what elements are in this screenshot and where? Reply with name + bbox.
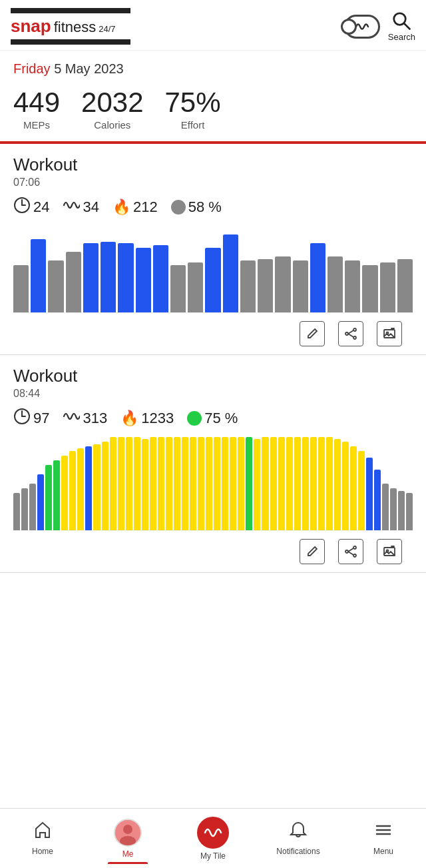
- chart2-bar: [230, 437, 236, 530]
- workout2-meps: 97: [13, 408, 49, 429]
- workout2-time: 08:44: [13, 388, 413, 400]
- chart2-bar: [21, 488, 28, 530]
- edit-button-2[interactable]: [300, 539, 325, 564]
- chart2-bar: [61, 456, 68, 530]
- chart1-bar: [205, 248, 220, 313]
- chart1-bar: [258, 259, 273, 313]
- nav-home[interactable]: Home: [0, 815, 85, 861]
- chart1-bar: [240, 260, 256, 312]
- share-button-2[interactable]: [338, 539, 363, 564]
- workout-card-1: Workout 07:06 24 34: [0, 144, 426, 355]
- add-image-button-2[interactable]: [377, 539, 402, 564]
- chart1-bar: [327, 256, 343, 313]
- workout2-myzone-value: 313: [83, 410, 107, 427]
- chart2-bar: [93, 444, 100, 530]
- chart1-bar: [380, 262, 395, 312]
- chart2-bar: [294, 437, 301, 530]
- nav-mytile[interactable]: My Tile: [170, 811, 256, 866]
- myzone-score-icon-2: [63, 409, 80, 428]
- logo: snap fitness 24/7: [11, 8, 130, 45]
- chart2-bar: [198, 437, 204, 530]
- chart1-bar: [153, 245, 168, 312]
- meps-value: 449: [13, 87, 60, 118]
- chart2-bar: [318, 437, 325, 530]
- workout1-calories-value: 212: [133, 199, 158, 216]
- logo-247: 24/7: [99, 24, 115, 34]
- chart1-bar: [345, 260, 360, 312]
- chart1-bar: [83, 243, 99, 312]
- chart1-bar: [223, 234, 238, 312]
- date-stats-section: Friday 5 May 2023 449 MEPs 2032 Calories…: [0, 51, 426, 143]
- chart2-bar: [350, 446, 357, 530]
- workout1-time: 07:06: [13, 177, 413, 189]
- chart2-bar: [382, 484, 389, 530]
- chart2-bar: [53, 460, 60, 530]
- header-actions: Search: [344, 11, 415, 42]
- search-button[interactable]: Search: [388, 11, 415, 42]
- chart2-bar: [222, 437, 228, 530]
- chart2-bar: [366, 458, 373, 530]
- workout2-calories: 🔥 1233: [120, 410, 174, 427]
- chart2-bar: [85, 446, 92, 530]
- nav-menu[interactable]: Menu: [341, 815, 426, 861]
- chart2-bar: [110, 437, 116, 530]
- day-name: Friday: [13, 61, 51, 76]
- notifications-icon: [289, 821, 308, 844]
- edit-button-1[interactable]: [300, 321, 325, 346]
- chart2-bar: [190, 437, 196, 530]
- logo-bar-bottom: [11, 39, 130, 45]
- chart2-bar: [142, 439, 148, 530]
- add-image-button-1[interactable]: [377, 321, 402, 346]
- share-button-1[interactable]: [338, 321, 363, 346]
- chart2-bar: [254, 439, 260, 530]
- nav-home-label: Home: [32, 847, 53, 856]
- chart1-bar: [170, 265, 186, 313]
- myzone-wave-icon: [355, 21, 369, 33]
- flame-icon: 🔥: [112, 199, 130, 216]
- date-str: 5 May 2023: [54, 61, 124, 76]
- logo-bar-top: [11, 8, 130, 13]
- chart2-bar: [310, 437, 317, 530]
- logo-snap: snap: [11, 16, 51, 37]
- nav-mytile-label: My Tile: [200, 851, 226, 861]
- workout2-chart: [13, 437, 413, 530]
- effort-dot-1: [171, 200, 186, 215]
- nav-notifications-label: Notifications: [276, 847, 320, 856]
- chart1-bar: [118, 243, 133, 312]
- myzone-icon[interactable]: [344, 15, 380, 39]
- nav-notifications[interactable]: Notifications: [256, 815, 341, 861]
- workout1-chart: [13, 226, 413, 312]
- chart2-bar: [326, 437, 333, 530]
- app-header: snap fitness 24/7 Search: [0, 0, 426, 51]
- workout1-metrics: 24 34 🔥 212 58 %: [13, 197, 413, 218]
- chart2-bar: [262, 437, 268, 530]
- workout-card-2: Workout 08:44 97 313: [0, 355, 426, 573]
- bottom-navigation: Home Me My Tile Notifications: [0, 808, 426, 868]
- chart2-bar: [102, 442, 108, 530]
- chart1-bar: [188, 262, 203, 312]
- chart1-bar: [66, 252, 81, 312]
- workout1-actions: [13, 312, 413, 354]
- logo-text: snap fitness 24/7: [11, 16, 130, 37]
- chart2-bar: [390, 488, 397, 530]
- chart2-bar: [374, 470, 381, 530]
- svg-line-6: [348, 330, 353, 334]
- meps-icon-2: [13, 408, 31, 429]
- nav-menu-label: Menu: [373, 847, 393, 856]
- workout2-meps-value: 97: [33, 410, 49, 427]
- chart1-bar: [275, 256, 290, 313]
- nav-me[interactable]: Me: [85, 813, 170, 864]
- chart1-bar: [362, 265, 377, 313]
- workout2-calories-value: 1233: [141, 410, 174, 427]
- chart2-bar: [206, 437, 212, 530]
- workout2-myzone: 313: [63, 409, 107, 428]
- chart2-bar: [29, 484, 36, 530]
- calories-stat: 2032 Calories: [81, 87, 143, 131]
- workout1-title: Workout: [13, 155, 413, 175]
- chart2-bar: [246, 437, 252, 530]
- workout2-title: Workout: [13, 366, 413, 386]
- chart1-bar: [13, 265, 29, 313]
- chart2-bar: [77, 448, 84, 530]
- me-avatar: [114, 819, 142, 847]
- effort-label: Effort: [181, 119, 205, 131]
